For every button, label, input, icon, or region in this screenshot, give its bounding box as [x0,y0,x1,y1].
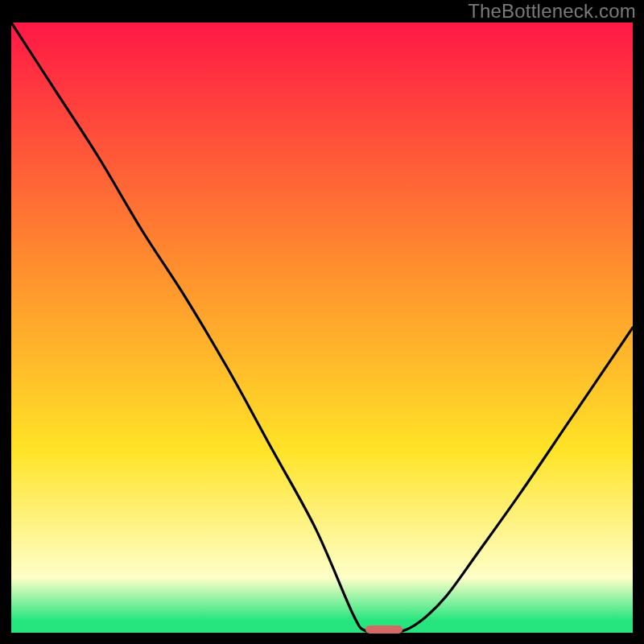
chart-svg [11,23,633,633]
plot-area [11,23,633,633]
operating-point-marker [365,625,402,634]
watermark-text: TheBottleneck.com [468,0,636,23]
chart-frame: TheBottleneck.com [0,0,644,644]
